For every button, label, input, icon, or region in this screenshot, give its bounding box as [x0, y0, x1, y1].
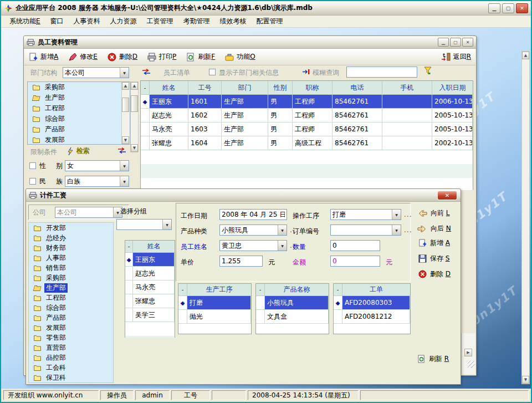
tree-item[interactable]: 工会科	[29, 363, 113, 373]
tree-item[interactable]: 发展部	[28, 135, 130, 145]
hscroll-right-button[interactable]	[464, 349, 472, 356]
amount-field[interactable]	[330, 256, 380, 267]
mdi-vertical-scrollbar[interactable]	[521, 51, 530, 384]
table-row[interactable]: 张耀忠 1604 生产部 男 高级工程 85462761 2002-10-13	[141, 136, 473, 150]
dept-structure-combo[interactable]: 本公司	[63, 67, 129, 78]
work-date-field[interactable]	[219, 209, 287, 220]
scroll-thumb[interactable]	[122, 98, 129, 112]
menu-item-hr-data[interactable]: 人事资料	[69, 15, 105, 28]
ethnic-filter-combo[interactable]: 白族	[65, 176, 129, 187]
name-row[interactable]: 赵志光	[125, 267, 175, 280]
maximize-button[interactable]: ▢	[502, 3, 514, 13]
tree-item-active[interactable]: 生产部	[28, 93, 130, 103]
menu-item-system[interactable]: 系统功能E	[4, 15, 45, 28]
ethnic-filter-checkbox[interactable]	[29, 178, 36, 185]
order-combo[interactable]	[330, 225, 401, 236]
tree-item[interactable]: 工程部	[28, 103, 130, 114]
table-row-selected[interactable]: 王丽东 1601 生产部 男 工程师 85462761 2006-10-13	[141, 95, 473, 109]
close-button[interactable]: ✕	[516, 3, 528, 13]
name-row[interactable]: 马永亮	[125, 280, 175, 294]
dialog-add-button[interactable]: 新增 A	[418, 238, 450, 248]
tree-item[interactable]: 发展部	[29, 323, 113, 333]
swap-icon[interactable]	[117, 147, 127, 154]
scroll-down-icon[interactable]	[131, 144, 138, 152]
sex-filter-combo[interactable]: 女	[65, 160, 129, 171]
menu-item-window[interactable]: 窗口	[45, 15, 69, 28]
scroll-thumb[interactable]	[131, 95, 138, 112]
product-row-selected[interactable]: 小熊玩具	[256, 296, 329, 310]
print-button[interactable]: 打印P	[147, 52, 176, 62]
swap-icon[interactable]	[141, 68, 151, 75]
dialog-refresh-button[interactable]: 刷新 R	[417, 354, 449, 364]
resize-grip[interactable]	[468, 361, 475, 368]
process-combo[interactable]: 打磨	[330, 209, 401, 220]
function-button[interactable]: 功能O	[225, 52, 255, 62]
tree-item[interactable]: 采购部	[28, 82, 130, 93]
tree-item[interactable]: 品控部	[29, 353, 113, 363]
child-close-button[interactable]: ✕	[462, 38, 473, 47]
tree-item[interactable]: 综合部	[29, 303, 113, 313]
delete-button[interactable]: 删除D	[108, 52, 137, 62]
employee-name-combo[interactable]: 黄卫忠	[219, 240, 287, 251]
tree-item[interactable]: 财务部	[29, 243, 113, 253]
company-combo[interactable]: 本公司	[55, 207, 122, 218]
quantity-field[interactable]	[330, 240, 380, 251]
chevron-down-icon[interactable]	[120, 176, 129, 186]
tree-item[interactable]: 采购部	[29, 273, 113, 283]
scroll-up-icon[interactable]	[522, 52, 529, 59]
tree-item-selected[interactable]: 生产部	[29, 283, 113, 293]
tree-item[interactable]: 产品部	[28, 124, 130, 135]
chevron-down-icon[interactable]	[120, 161, 129, 171]
chevron-down-icon[interactable]	[162, 220, 171, 229]
child-maximize-button[interactable]: ▢	[450, 38, 461, 47]
chevron-down-icon[interactable]	[278, 241, 287, 251]
minimize-button[interactable]: ▁	[488, 3, 500, 13]
fuzzy-search-input[interactable]	[346, 67, 417, 78]
name-row[interactable]: 张耀忠	[125, 294, 175, 308]
tree-item[interactable]: 综合部	[28, 114, 130, 124]
add-button[interactable]: 新增A	[29, 52, 58, 62]
table-row[interactable]: 马永亮 1603 生产部 男 工程师 85462761 2005-10-13	[141, 123, 473, 136]
dept-tree-scrollbar[interactable]	[121, 82, 130, 144]
workorder-row-selected[interactable]: AFD20080303	[334, 296, 410, 310]
search-button[interactable]: 检索	[67, 146, 90, 156]
table-scrollbar[interactable]	[130, 81, 139, 152]
sex-filter-checkbox[interactable]	[29, 162, 36, 169]
table-row[interactable]: 赵志光 1602 生产部 男 工程师 85462761 2005-10-13	[141, 109, 473, 123]
process-row[interactable]: 抛光	[178, 310, 251, 324]
process-row-selected[interactable]: 打磨	[178, 296, 251, 310]
tree-item[interactable]: 保卫科	[29, 373, 113, 382]
scroll-up-icon[interactable]	[122, 82, 129, 90]
return-button[interactable]: 返回R	[441, 52, 471, 62]
chevron-down-icon[interactable]	[392, 225, 401, 235]
chevron-down-icon[interactable]	[120, 68, 129, 78]
menu-item-performance[interactable]: 绩效考核	[215, 15, 252, 28]
dialog-delete-button[interactable]: 删除 D	[418, 269, 451, 279]
filter-funnel-icon[interactable]	[424, 67, 432, 75]
menu-item-config[interactable]: 配置管理	[252, 15, 288, 28]
show-subdept-checkbox[interactable]	[209, 69, 216, 75]
order-more-button[interactable]: ...	[404, 226, 412, 234]
edit-button[interactable]: 修改E	[68, 52, 98, 62]
process-more-button[interactable]: ...	[404, 211, 412, 218]
menu-item-attendance[interactable]: 考勤管理	[178, 15, 215, 28]
name-row[interactable]: 吴学三	[125, 308, 175, 322]
tree-item[interactable]: 销售部	[29, 263, 113, 273]
tree-item[interactable]: 工程部	[29, 293, 113, 303]
refresh-button[interactable]: 刷新F	[186, 52, 215, 62]
tree-item[interactable]: 产品部	[29, 313, 113, 323]
nav-prev-button[interactable]: 向前 L	[417, 208, 450, 218]
tree-item[interactable]: 直营部	[29, 343, 113, 353]
child-minimize-button[interactable]: ▁	[438, 38, 449, 47]
tree-item[interactable]: 总经办	[29, 233, 113, 243]
nav-next-button[interactable]: 向后 N	[417, 224, 451, 233]
tree-item[interactable]: 零售部	[29, 333, 113, 343]
group-select-combo[interactable]	[116, 219, 172, 230]
dialog-close-button[interactable]: ✕	[437, 191, 457, 200]
product-row[interactable]: 文具盒	[256, 310, 329, 324]
product-combo[interactable]: 小熊玩具	[219, 225, 287, 236]
dialog-save-button[interactable]: 保存 S	[418, 254, 449, 263]
tree-item[interactable]: 开发部	[29, 223, 113, 233]
menu-item-salary[interactable]: 工资管理	[142, 15, 178, 28]
name-row-selected[interactable]: 王丽东	[125, 253, 175, 267]
